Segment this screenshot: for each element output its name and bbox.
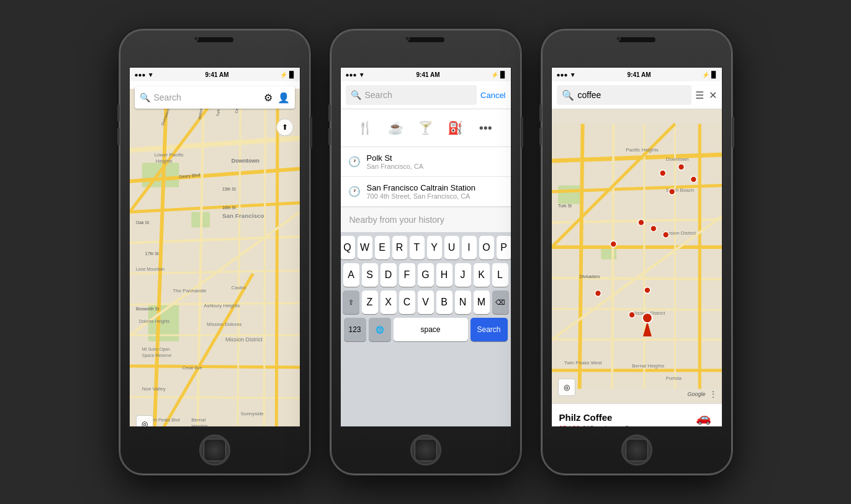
- phones-container: ●●● ▼ 9:41 AM ⚡ ▉: [119, 29, 733, 475]
- svg-text:Pacific Heights: Pacific Heights: [626, 147, 659, 153]
- status-bar-3: ●●● ▼ 9:41 AM ⚡ ▉: [552, 68, 722, 81]
- coffee-screen: 🔍 coffee ☰ ✕: [552, 81, 722, 427]
- svg-text:Dolores Heights: Dolores Heights: [138, 319, 169, 324]
- map-dots-1[interactable]: ⋮: [287, 425, 295, 427]
- key-F[interactable]: F: [399, 263, 415, 287]
- key-M[interactable]: M: [474, 290, 490, 314]
- result-price: · $: [621, 425, 629, 427]
- home-button-1[interactable]: [199, 434, 230, 466]
- key-L[interactable]: L: [492, 263, 508, 287]
- key-J[interactable]: J: [455, 263, 471, 287]
- svg-text:Lower Pacific: Lower Pacific: [154, 152, 183, 158]
- key-S[interactable]: S: [362, 263, 378, 287]
- clock-icon-2: 🕐: [348, 186, 361, 197]
- svg-rect-1: [142, 163, 179, 187]
- close-icon[interactable]: ✕: [709, 89, 717, 101]
- home-button-2[interactable]: [410, 434, 441, 466]
- location-button-1[interactable]: ◎: [136, 415, 153, 427]
- svg-text:Heights: Heights: [155, 158, 172, 164]
- history-address-1: San Francisco, CA: [367, 163, 424, 170]
- signal-area-2: ●●● ▼: [346, 71, 365, 78]
- result-nav[interactable]: 🚗 36 min: [693, 410, 714, 427]
- history-item-2[interactable]: 🕐 San Francisco Caltrain Station 700 4th…: [341, 177, 511, 207]
- svg-text:Downtown: Downtown: [665, 156, 688, 162]
- key-shift[interactable]: ⇧: [343, 290, 359, 314]
- phone-1-screen: ●●● ▼ 9:41 AM ⚡ ▉: [129, 67, 300, 427]
- wifi-icon-3: ▼: [570, 71, 576, 78]
- svg-text:Lone Mountain: Lone Mountain: [135, 267, 164, 271]
- home-button-inner-3: [626, 439, 648, 461]
- key-R[interactable]: R: [392, 236, 407, 259]
- key-O[interactable]: O: [479, 236, 494, 259]
- key-globe[interactable]: 🌐: [369, 318, 391, 341]
- key-Y[interactable]: Y: [427, 236, 442, 259]
- svg-point-86: [595, 290, 601, 297]
- key-numbers[interactable]: 123: [344, 318, 366, 341]
- clock-icon-1: 🕐: [348, 156, 361, 168]
- category-food[interactable]: 🍴: [354, 117, 377, 139]
- svg-text:Mission District: Mission District: [225, 336, 263, 343]
- keyboard[interactable]: Q W E R T Y U I O P A S D: [341, 232, 511, 427]
- svg-point-82: [637, 219, 644, 225]
- key-W[interactable]: W: [358, 236, 372, 259]
- category-more[interactable]: •••: [474, 117, 497, 139]
- key-V[interactable]: V: [418, 290, 434, 314]
- coffee-map-svg: Pacific Heights Downtown South Beach Tur…: [552, 109, 722, 403]
- svg-text:Castro: Castro: [231, 285, 246, 290]
- key-space[interactable]: space: [394, 318, 468, 341]
- list-icon[interactable]: ☰: [695, 89, 704, 101]
- svg-point-78: [659, 170, 665, 176]
- svg-text:Space Reserve: Space Reserve: [142, 353, 171, 358]
- key-U[interactable]: U: [444, 236, 459, 259]
- key-Z[interactable]: Z: [362, 290, 378, 314]
- key-G[interactable]: G: [418, 263, 434, 287]
- key-Q[interactable]: Q: [340, 236, 355, 259]
- category-gas[interactable]: ⛽: [444, 117, 467, 139]
- svg-line-17: [276, 89, 277, 427]
- key-D[interactable]: D: [380, 263, 397, 287]
- svg-point-87: [644, 287, 650, 294]
- map-svg: Geary Blvd Oak St 17th St Bosworth St Di…: [130, 81, 300, 427]
- key-B[interactable]: B: [436, 290, 453, 314]
- history-item-1[interactable]: 🕐 Polk St San Francisco, CA: [341, 147, 511, 177]
- key-H[interactable]: H: [436, 263, 453, 287]
- key-K[interactable]: K: [474, 263, 490, 287]
- power-button-2: [521, 117, 523, 148]
- result-card[interactable]: Philz Coffee 25 / 30 215 reviews · $ 🚗 3…: [552, 403, 722, 427]
- cancel-button[interactable]: Cancel: [480, 91, 505, 100]
- history-name-2: San Francisco Caltrain Station: [367, 183, 476, 192]
- volume-up-2: [328, 104, 331, 122]
- person-icon[interactable]: 👤: [277, 92, 290, 104]
- search-bar-1[interactable]: 🔍 Search ⚙ 👤: [135, 86, 295, 109]
- key-N[interactable]: N: [455, 290, 471, 314]
- compass-1[interactable]: ⬆: [276, 119, 294, 136]
- key-search[interactable]: Search: [471, 318, 508, 341]
- search-input-1[interactable]: Search: [154, 92, 260, 102]
- key-A[interactable]: A: [343, 263, 359, 287]
- category-bar[interactable]: 🍸: [414, 117, 436, 139]
- home-button-3[interactable]: [621, 434, 652, 466]
- key-T[interactable]: T: [410, 236, 425, 259]
- search-field-2[interactable]: 🔍 Search: [346, 85, 477, 105]
- battery-area: ⚡ ▉: [280, 71, 294, 78]
- battery-icon-3: ▉: [711, 71, 716, 78]
- result-meta: 25 / 30 215 reviews · $: [559, 425, 629, 427]
- key-P[interactable]: P: [497, 236, 511, 259]
- speaker-3: [621, 38, 652, 42]
- battery-area-2: ⚡ ▉: [491, 71, 505, 78]
- svg-text:13th St: 13th St: [222, 187, 235, 191]
- coffee-field[interactable]: 🔍 coffee: [557, 85, 691, 105]
- category-coffee[interactable]: ☕: [384, 117, 407, 139]
- location-button-3[interactable]: ◎: [558, 379, 575, 396]
- svg-text:Sunnyside: Sunnyside: [240, 411, 264, 416]
- phone-2-screen: ●●● ▼ 9:41 AM ⚡ ▉ 🔍 Search Cancel: [340, 67, 511, 427]
- history-items: 🕐 Polk St San Francisco, CA 🕐 San Franci…: [341, 147, 511, 207]
- key-delete[interactable]: ⌫: [492, 290, 509, 314]
- filter-icon[interactable]: ⚙: [264, 92, 272, 104]
- key-X[interactable]: X: [380, 290, 397, 314]
- key-I[interactable]: I: [462, 236, 477, 259]
- key-E[interactable]: E: [375, 236, 390, 259]
- coffee-dots[interactable]: ⋮: [709, 390, 717, 398]
- phone-2: ●●● ▼ 9:41 AM ⚡ ▉ 🔍 Search Cancel: [330, 29, 522, 475]
- key-C[interactable]: C: [399, 290, 415, 314]
